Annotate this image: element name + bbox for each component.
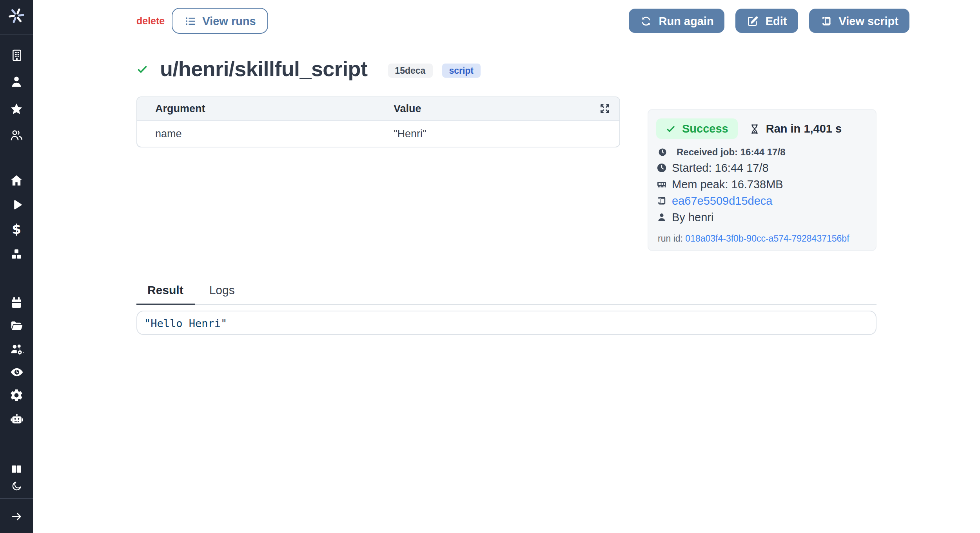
tab-result[interactable]: Result (136, 283, 195, 305)
result-value: "Hello Henri" (144, 317, 227, 329)
clock-icon (656, 162, 667, 173)
sidebar-item-theme-toggle[interactable] (0, 476, 33, 495)
main-content: delete View runs (33, 0, 980, 533)
windmill-logo-icon[interactable] (0, 5, 33, 27)
sidebar-item-resources[interactable] (0, 245, 33, 264)
folder-open-icon (9, 318, 24, 333)
column-argument: Argument (137, 103, 394, 115)
moon-icon (11, 480, 22, 491)
table-row: name "Henri" (137, 121, 619, 147)
user-icon (9, 75, 24, 89)
play-icon (9, 198, 24, 212)
by-label: By henri (672, 211, 713, 223)
sidebar-item-workspace[interactable] (0, 45, 33, 64)
building-icon (10, 48, 23, 62)
kind-badge: script (442, 64, 481, 78)
dollar-icon: $ (12, 222, 21, 236)
script-hash-row: ea67e5509d15deca (656, 192, 866, 209)
hash-badge[interactable]: 15deca (388, 64, 432, 78)
started-label: Started: 16:44 17/8 (672, 161, 769, 174)
view-script-button[interactable]: View script (809, 9, 909, 33)
refresh-icon (640, 15, 652, 27)
sidebar-item-home[interactable] (0, 171, 33, 190)
eye-icon (9, 364, 24, 379)
status-label: Success (682, 122, 728, 135)
column-value: Value (394, 103, 598, 115)
edit-button[interactable]: Edit (736, 9, 798, 33)
run-again-button[interactable]: Run again (629, 9, 724, 33)
expand-button[interactable] (598, 102, 612, 115)
by-row: By henri (656, 209, 866, 225)
scroll-icon (820, 15, 832, 27)
windmill-logo-icon (6, 5, 27, 26)
sidebar-item-workers[interactable] (0, 340, 33, 358)
user-icon (656, 211, 667, 222)
cubes-icon (9, 247, 24, 261)
arrow-right-icon (10, 509, 23, 523)
book-open-icon (10, 463, 23, 475)
users-icon (9, 128, 24, 142)
sidebar-expand-button[interactable] (0, 507, 33, 526)
tab-logs[interactable]: Logs (198, 283, 247, 305)
sidebar-item-favorites[interactable] (0, 100, 33, 118)
hourglass-icon (749, 123, 760, 135)
edit-label: Edit (766, 15, 787, 27)
view-runs-label: View runs (202, 15, 256, 27)
script-hash-link[interactable]: ea67e5509d15deca (672, 194, 772, 207)
sidebar-item-ai-assistant[interactable] (0, 409, 33, 428)
sidebar-item-groups[interactable] (0, 126, 33, 144)
mem-peak-row: Mem peak: 16.738MB (656, 176, 866, 192)
sidebar-item-audit-logs[interactable] (0, 362, 33, 381)
sidebar-divider (0, 34, 33, 35)
title-row: u/henri/skillful_script 15deca script (136, 55, 909, 83)
check-icon (666, 124, 676, 134)
robot-icon (9, 411, 24, 426)
expand-arrows-icon (598, 102, 612, 115)
clock-icon (658, 147, 667, 157)
argument-name: name (137, 128, 394, 140)
received-row: Received job: 16:44 17/8 (658, 147, 866, 158)
primary-actions: Run again Edit (629, 9, 909, 33)
started-row: Started: 16:44 17/8 (656, 159, 866, 176)
status-row: Success Ran in 1,401 s (656, 118, 866, 139)
run-detail-page: $ (0, 0, 980, 533)
run-again-label: Run again (659, 15, 713, 27)
sidebar-item-schedules[interactable] (0, 293, 33, 312)
calendar-icon (9, 296, 24, 310)
edit-pencil-icon (747, 15, 759, 27)
sidebar-item-folders[interactable] (0, 316, 33, 335)
received-label: Received job: 16:44 17/8 (677, 147, 786, 158)
sidebar-item-user[interactable] (0, 72, 33, 91)
duration: Ran in 1,401 s (749, 122, 842, 135)
run-id-label: run id: (658, 234, 683, 243)
mem-peak-label: Mem peak: 16.738MB (672, 178, 783, 190)
sidebar-divider (0, 498, 33, 499)
delete-button[interactable]: delete (136, 15, 165, 26)
view-runs-button[interactable]: View runs (172, 8, 268, 34)
home-icon (9, 173, 24, 187)
view-script-label: View script (838, 15, 898, 27)
sidebar: $ (0, 0, 33, 533)
scroll-icon (656, 195, 667, 206)
result-tabs: Result Logs (136, 283, 877, 305)
sidebar-item-runs[interactable] (0, 195, 33, 214)
run-id-row: run id: 018a03f4-3f0b-90cc-a574-79284371… (658, 234, 866, 243)
duration-label: Ran in 1,401 s (766, 122, 842, 135)
arguments-table: Argument Value name "Henri" (136, 96, 620, 147)
status-badge: Success (656, 118, 738, 139)
sidebar-item-settings[interactable] (0, 386, 33, 405)
page-title: u/henri/skillful_script (160, 57, 367, 81)
memory-chip-icon (656, 178, 667, 189)
users-gear-icon (9, 342, 24, 357)
run-status-panel: Success Ran in 1,401 s (648, 109, 877, 251)
arguments-table-header: Argument Value (137, 97, 619, 121)
success-check-icon (136, 63, 148, 75)
run-id-link[interactable]: 018a03f4-3f0b-90cc-a574-7928437156bf (685, 234, 849, 243)
argument-value: "Henri" (394, 128, 619, 140)
action-bar: delete View runs (136, 8, 909, 34)
gear-icon (9, 388, 24, 402)
result-viewer: "Hello Henri" (136, 311, 877, 335)
list-icon (184, 15, 197, 27)
sidebar-item-variables[interactable]: $ (0, 220, 33, 238)
sidebar-item-docs[interactable] (0, 460, 33, 478)
